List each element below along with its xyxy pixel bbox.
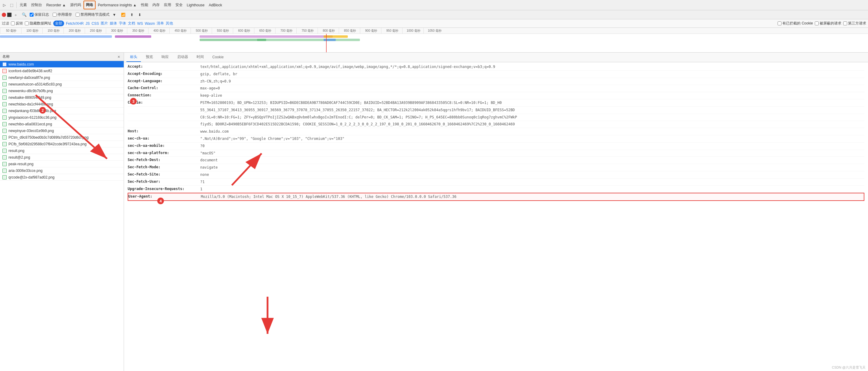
tick-950: 950 毫秒 <box>381 28 402 34</box>
header-name-13: Sec-Fetch-Dest: <box>128 158 200 162</box>
timeline-bar-6 <box>323 35 348 38</box>
header-name-1: Accept-Encoding: <box>128 72 200 76</box>
file-name-0: www.baidu.com <box>8 62 121 66</box>
hide-data-checkbox[interactable] <box>25 22 29 25</box>
file-item-11[interactable]: PCtm_d9c8750bed0b3c7d089fa7d55720d6cf.pn… <box>0 134 124 141</box>
blocked-requests-label[interactable]: 被屏蔽的请求 <box>815 21 841 26</box>
file-item-5[interactable]: newbaike-889054f349.png <box>0 94 124 101</box>
cursor-tool[interactable]: ▷ <box>1 2 7 8</box>
record-button[interactable] <box>2 13 6 17</box>
file-item-6[interactable]: newzhidao-da1cf444b0.png <box>0 101 124 107</box>
filter-manifest[interactable]: 清单 <box>157 21 164 26</box>
tick-500: 500 毫秒 <box>190 28 212 34</box>
blocked-cookie-text: 有已拦截的 Cookie <box>782 21 813 26</box>
file-item-17[interactable]: qrcode@2x-daf987ad02.png <box>0 174 124 181</box>
file-name-1: iconfont-da69d9b438.woff2 <box>8 69 121 73</box>
tab-adblock[interactable]: AdBlock <box>207 2 224 8</box>
blocked-cookie-checkbox[interactable] <box>778 22 781 25</box>
file-item-3[interactable]: newxueshuicon-a5314d5c83.png <box>0 81 124 88</box>
search-icon[interactable]: 🔍 <box>20 11 28 18</box>
tab-sources[interactable]: 源代码 <box>68 1 83 9</box>
filter-font[interactable]: 字体 <box>119 21 126 26</box>
file-item-8[interactable]: yingxiaoicon-612169cc36.png <box>0 114 124 121</box>
tab-lighthouse[interactable]: Lighthouse <box>185 2 207 8</box>
invert-checkbox[interactable] <box>11 22 15 25</box>
file-item-7[interactable]: newjiankang-f03b804b4b.png <box>0 107 124 114</box>
filter-fetch[interactable]: Fetch/XHR <box>66 22 84 26</box>
hide-data-text: 隐藏数据网址 <box>30 21 52 26</box>
tab-elements[interactable]: 元素 <box>18 1 29 9</box>
file-item-14[interactable]: result@2.png <box>0 154 124 161</box>
filter-wasm[interactable]: Wasm <box>145 22 155 26</box>
filter-css[interactable]: CSS <box>92 22 99 26</box>
disable-cache-label[interactable]: 停用缓存 <box>53 12 72 17</box>
tab-performance-insights[interactable]: Performance insights ▲ <box>96 2 138 8</box>
file-item-16[interactable]: aria-3006e33cce.png <box>0 167 124 174</box>
file-icon-png-17 <box>2 175 7 179</box>
wifi-icon[interactable]: 📶 <box>119 11 127 18</box>
third-party-checkbox[interactable] <box>843 22 847 25</box>
filter-other[interactable]: 其他 <box>166 21 173 26</box>
tab-perf[interactable]: 性能 <box>139 1 150 9</box>
header-row-5: Cookie: PSTM=1652800193; BD_UPN=123253; … <box>128 99 864 107</box>
file-item-12[interactable]: PCfb_5bf082d29588c07f842ccde3f97243ea.pn… <box>0 141 124 147</box>
detail-panel: 标头 预览 响应 启动器 时间 Cookie Accept: text/html… <box>124 53 868 371</box>
filter-all[interactable]: 全部 <box>53 21 64 26</box>
stop-button[interactable] <box>7 13 11 17</box>
tab-timing[interactable]: 时间 <box>193 53 208 62</box>
file-item-15[interactable]: peak-result.png <box>0 161 124 167</box>
badge-4: 4 <box>157 198 164 204</box>
tab-preview[interactable]: 预览 <box>142 53 157 62</box>
file-item-4[interactable]: newwenku-d8c9b7b0fb.png <box>0 88 124 94</box>
file-item-1[interactable]: iconfont-da69d9b438.woff2 <box>0 68 124 74</box>
filter-js[interactable]: JS <box>86 22 90 26</box>
tab-console[interactable]: 控制台 <box>29 1 44 9</box>
tab-response[interactable]: 响应 <box>158 53 173 62</box>
blocked-cookie-label[interactable]: 有已拦截的 Cookie <box>778 21 813 26</box>
disable-cache-checkbox[interactable] <box>53 13 57 16</box>
tab-initiator[interactable]: 启动器 <box>174 53 192 62</box>
tab-security[interactable]: 安全 <box>174 1 185 9</box>
blocked-requests-checkbox[interactable] <box>815 22 819 25</box>
preserve-log-checkbox[interactable] <box>30 13 34 16</box>
tick-1000: 1000 毫秒 <box>402 28 424 34</box>
tab-cookies[interactable]: Cookie <box>209 53 227 62</box>
header-value-10: ".Not/A)Brand";v="99", "Google Chrome";v… <box>200 136 864 141</box>
file-name-9: newzhibo-a6a0831ecd.png <box>8 122 121 126</box>
tab-headers[interactable]: 标头 <box>126 53 141 62</box>
file-name-7: newjiankang-f03b804b4b.png <box>8 109 121 113</box>
file-item-2[interactable]: newfanyi-da0cea8f7e.png <box>0 74 124 81</box>
throttle-dropdown[interactable]: ▼ <box>111 11 118 18</box>
tab-recorder[interactable]: Recorder ▲ <box>44 2 68 8</box>
upload-icon[interactable]: ⬆ <box>128 11 135 18</box>
file-item-0[interactable]: www.baidu.com <box>0 61 124 68</box>
preserve-log-label[interactable]: 保留日志 <box>30 12 49 17</box>
file-item-10[interactable]: newyinyue-03ecd1e9b9.png <box>0 128 124 134</box>
close-panel-button[interactable]: × <box>117 55 121 59</box>
third-party-label[interactable]: 第三方请求 <box>843 21 866 26</box>
file-icon-png-14 <box>2 155 7 160</box>
disable-throttle-label[interactable]: 禁用网络节流模式 <box>75 12 110 17</box>
file-list-title: 名称 <box>2 54 10 59</box>
filter-img[interactable]: 图片 <box>101 21 108 26</box>
hide-data-label[interactable]: 隐藏数据网址 <box>25 21 52 26</box>
annotation-badge-2: 2 <box>39 107 46 113</box>
inspect-tool[interactable]: ⬚ <box>8 2 15 8</box>
header-value-16: ?1 <box>200 179 864 184</box>
header-row-9: Host: www.baidu.com <box>128 128 864 135</box>
file-item-13[interactable]: result.png <box>0 147 124 154</box>
tab-network[interactable]: 网络 <box>84 1 96 9</box>
tab-application[interactable]: 应用 <box>162 1 173 9</box>
filter-icon[interactable]: ⬦ <box>13 11 19 18</box>
file-item-9[interactable]: newzhibo-a6a0831ecd.png <box>0 121 124 128</box>
disable-throttle-checkbox[interactable] <box>75 13 80 16</box>
tab-memory[interactable]: 内存 <box>151 1 161 9</box>
filter-ws[interactable]: WS <box>137 22 143 26</box>
filter-media[interactable]: 媒体 <box>110 21 117 26</box>
filter-doc[interactable]: 文档 <box>128 21 135 26</box>
download-icon[interactable]: ⬇ <box>136 11 143 18</box>
badge-2: 2 <box>39 107 46 113</box>
file-icon-png-15 <box>2 162 7 166</box>
header-row-user-agent: User-Agent: Mozilla/5.0 (Macintosh; Inte… <box>128 193 864 201</box>
invert-label[interactable]: 反转 <box>11 21 23 26</box>
